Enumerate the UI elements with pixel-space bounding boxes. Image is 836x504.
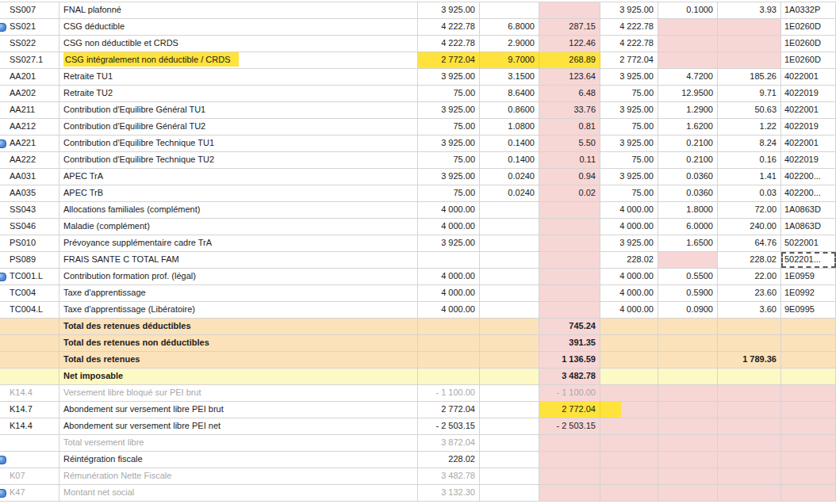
cell-rate2[interactable]: 12.9500 — [658, 86, 718, 101]
cell-amount2[interactable]: 23.60 — [718, 285, 781, 301]
cell-amount2[interactable]: 64.76 — [718, 235, 781, 251]
cell-base2[interactable]: 228.02 — [600, 252, 658, 268]
cell-label[interactable]: Taxe d'apprentissage (Libératoire) — [59, 302, 418, 318]
cell-base1[interactable]: 3 925.00 — [418, 102, 480, 118]
cell-base1[interactable] — [418, 368, 480, 384]
cell-amount1[interactable] — [539, 452, 600, 468]
cell-amount1[interactable]: 3 482.78 — [539, 368, 600, 384]
cell-amount2[interactable] — [718, 36, 781, 52]
cell-rate2[interactable] — [658, 485, 718, 501]
cell-ref[interactable]: 4022019 — [781, 119, 836, 135]
cell-code[interactable] — [0, 352, 59, 368]
cell-code[interactable]: SS046 — [0, 219, 59, 235]
cell-amount2[interactable] — [718, 19, 781, 35]
cell-ref[interactable]: 1E0260D — [781, 36, 836, 52]
cell-base1[interactable]: 3 925.00 — [418, 235, 480, 251]
cell-rate2[interactable] — [658, 418, 718, 434]
cell-amount1[interactable]: 122.46 — [539, 36, 600, 52]
cell-amount1[interactable]: - 2 503.15 — [539, 418, 600, 434]
cell-rate1[interactable] — [480, 418, 539, 434]
cell-ref[interactable]: 4022019 — [781, 152, 836, 168]
cell-code[interactable]: AA031 — [0, 169, 59, 185]
cell-base1[interactable]: - 1 100.00 — [418, 385, 480, 401]
cell-base2[interactable]: 3 925.00 — [600, 169, 658, 185]
cell-label[interactable]: Total des retenues déductibles — [59, 319, 418, 334]
cell-amount2[interactable]: 3.93 — [718, 2, 781, 18]
cell-rate1[interactable]: 8.6400 — [480, 86, 539, 101]
cell-rate2[interactable]: 0.0900 — [658, 302, 718, 318]
cell-amount1[interactable] — [539, 235, 600, 251]
cell-base2[interactable] — [600, 452, 658, 468]
cell-label[interactable]: Réintégration fiscale — [59, 452, 418, 468]
cell-amount1[interactable]: 268.89 — [539, 52, 600, 68]
cell-base2[interactable] — [600, 435, 658, 451]
cell-rate2[interactable] — [658, 468, 718, 484]
cell-ref[interactable]: 4022001 — [781, 69, 836, 85]
cell-amount1[interactable]: 33.76 — [539, 102, 600, 118]
cell-label[interactable]: Versement libre bloqué sur PEI brut — [59, 385, 418, 401]
cell-label[interactable]: CSG non déductible et CRDS — [59, 36, 418, 52]
cell-base2[interactable] — [600, 319, 658, 334]
cell-ref[interactable] — [781, 368, 836, 384]
cell-amount2[interactable]: 228.02 — [718, 252, 781, 268]
cell-code[interactable]: AA211 — [0, 102, 59, 118]
cell-amount2[interactable] — [718, 418, 781, 434]
cell-rate2[interactable]: 1.6200 — [658, 119, 718, 135]
cell-base1[interactable]: 3 482.78 — [418, 468, 480, 484]
cell-base2[interactable] — [600, 385, 658, 401]
cell-code[interactable] — [0, 319, 59, 334]
cell-amount1[interactable]: 2 772.04 — [539, 402, 600, 418]
cell-rate1[interactable] — [480, 2, 539, 18]
cell-code[interactable]: AA222 — [0, 152, 59, 168]
cell-amount2[interactable]: 8.24 — [718, 136, 781, 151]
cell-ref[interactable]: 1A0863D — [781, 219, 836, 235]
cell-amount1[interactable]: 1 136.59 — [539, 352, 600, 368]
cell-amount2[interactable]: 72.00 — [718, 202, 781, 218]
cell-code[interactable]: SS021 — [0, 19, 59, 35]
cell-base1[interactable] — [418, 335, 480, 351]
cell-code[interactable]: K07 — [0, 468, 59, 484]
cell-ref[interactable]: 1E0992 — [781, 285, 836, 301]
cell-label[interactable]: Taxe d'apprentissage — [59, 285, 418, 301]
note-icon[interactable] — [0, 273, 6, 281]
cell-amount1[interactable]: 123.64 — [539, 69, 600, 85]
cell-rate1[interactable] — [480, 468, 539, 484]
cell-ref[interactable] — [781, 319, 836, 334]
cell-base1[interactable]: 4 000.00 — [418, 285, 480, 301]
cell-rate2[interactable]: 1.2900 — [658, 102, 718, 118]
cell-rate1[interactable] — [480, 202, 539, 218]
cell-code[interactable]: AA221 — [0, 136, 59, 151]
cell-code[interactable]: AA035 — [0, 185, 59, 201]
cell-base1[interactable]: 3 925.00 — [418, 69, 480, 85]
cell-base1[interactable]: 75.00 — [418, 119, 480, 135]
cell-rate1[interactable] — [480, 252, 539, 268]
cell-label[interactable]: APEC TrB — [59, 185, 418, 201]
cell-base2[interactable] — [600, 368, 658, 384]
cell-rate1[interactable] — [480, 435, 539, 451]
cell-amount2[interactable] — [718, 335, 781, 351]
cell-base1[interactable]: 4 000.00 — [418, 202, 480, 218]
cell-base1[interactable]: - 2 503.15 — [418, 418, 480, 434]
cell-ref[interactable] — [781, 418, 836, 434]
cell-ref[interactable] — [781, 402, 836, 418]
cell-amount1[interactable]: 745.24 — [539, 319, 600, 334]
cell-label[interactable]: Total des retenues — [59, 352, 418, 368]
cell-base2[interactable]: 3 925.00 — [600, 69, 658, 85]
cell-rate1[interactable] — [480, 335, 539, 351]
cell-ref[interactable]: 9E0995 — [781, 302, 836, 318]
cell-rate1[interactable] — [480, 485, 539, 501]
cell-label[interactable]: Allocations familiales (complément) — [59, 202, 418, 218]
cell-label[interactable]: CSG intégralement non déductible / CRDS — [59, 52, 418, 68]
cell-rate2[interactable] — [658, 252, 718, 268]
cell-label[interactable]: Maladie (complément) — [59, 219, 418, 235]
cell-label[interactable]: Total des retenues non déductibles — [59, 335, 418, 351]
cell-ref[interactable]: 5022001 — [781, 235, 836, 251]
cell-ref[interactable]: 402200... — [781, 185, 836, 201]
cell-rate2[interactable] — [658, 385, 718, 401]
cell-code[interactable]: AA212 — [0, 119, 59, 135]
cell-base2[interactable]: 3 925.00 — [600, 102, 658, 118]
cell-base2[interactable] — [600, 352, 658, 368]
cell-amount1[interactable]: 391.35 — [539, 335, 600, 351]
cell-ref[interactable]: 4022019 — [781, 86, 836, 101]
cell-amount1[interactable] — [539, 302, 600, 318]
